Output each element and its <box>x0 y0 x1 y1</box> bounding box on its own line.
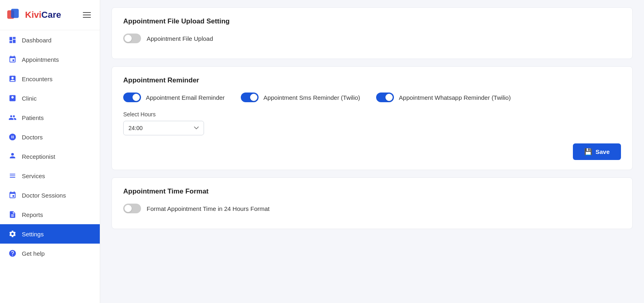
main-content: Appointment File Upload Setting Appointm… <box>100 0 644 303</box>
time-format-toggle[interactable] <box>123 204 141 213</box>
svg-rect-1 <box>11 9 19 18</box>
file-upload-toggle[interactable] <box>123 34 141 43</box>
sidebar-nav: Dashboard Appointments Encounters Clinic <box>0 30 100 263</box>
doctors-icon <box>8 133 17 141</box>
sidebar-item-services[interactable]: Services <box>0 166 100 185</box>
encounters-icon <box>8 74 17 83</box>
whatsapp-reminder-slider <box>376 93 394 102</box>
get-help-icon <box>8 249 17 258</box>
file-upload-label: Appointment File Upload <box>147 35 213 42</box>
reminder-card: Appointment Reminder Appointment Email R… <box>112 66 633 170</box>
dashboard-icon <box>8 36 17 44</box>
select-hours-section: Select Hours 24:00 01:00 02:00 03:00 04:… <box>123 111 621 135</box>
sidebar-logo: KiviCare <box>0 0 100 30</box>
receptionist-icon <box>8 152 17 161</box>
whatsapp-reminder-item: Appointment Whatsapp Reminder (Twilio) <box>376 93 511 102</box>
whatsapp-reminder-toggle[interactable] <box>376 93 394 102</box>
services-icon <box>8 171 17 180</box>
email-reminder-toggle[interactable] <box>123 93 141 102</box>
file-upload-card: Appointment File Upload Setting Appointm… <box>112 7 633 59</box>
patients-icon <box>8 113 17 122</box>
sidebar-item-clinic[interactable]: Clinic <box>0 88 100 108</box>
logo-icon <box>6 7 22 23</box>
sidebar-item-appointments[interactable]: Appointments <box>0 50 100 69</box>
file-upload-title: Appointment File Upload Setting <box>123 17 621 25</box>
file-upload-toggle-row: Appointment File Upload <box>123 34 621 43</box>
time-format-card: Appointment Time Format Format Appointme… <box>112 177 633 229</box>
sidebar-item-get-help[interactable]: Get help <box>0 244 100 263</box>
whatsapp-reminder-label: Appointment Whatsapp Reminder (Twilio) <box>399 94 511 101</box>
reminder-title: Appointment Reminder <box>123 76 621 84</box>
hamburger-button[interactable] <box>81 11 93 19</box>
logo-text: KiviCare <box>25 10 61 20</box>
hours-select[interactable]: 24:00 01:00 02:00 03:00 04:00 06:00 08:0… <box>123 121 204 135</box>
sms-reminder-slider <box>241 93 259 102</box>
save-btn-row: 💾 Save <box>123 143 621 160</box>
sidebar-item-reports[interactable]: Reports <box>0 205 100 224</box>
sidebar-item-dashboard[interactable]: Dashboard <box>0 30 100 50</box>
sidebar-item-doctors[interactable]: Doctors <box>0 127 100 147</box>
email-reminder-slider <box>123 93 141 102</box>
email-reminder-item: Appointment Email Reminder <box>123 93 225 102</box>
sidebar-item-encounters[interactable]: Encounters <box>0 69 100 88</box>
time-format-title: Appointment Time Format <box>123 187 621 196</box>
sms-reminder-item: Appointment Sms Reminder (Twilio) <box>241 93 360 102</box>
sidebar: KiviCare Dashboard Appointments Encounte… <box>0 0 100 303</box>
select-hours-label: Select Hours <box>123 111 621 118</box>
sms-reminder-toggle[interactable] <box>241 93 259 102</box>
file-upload-slider <box>123 34 141 43</box>
doctor-sessions-icon <box>8 191 17 200</box>
clinic-icon <box>8 94 17 103</box>
sms-reminder-label: Appointment Sms Reminder (Twilio) <box>263 94 360 101</box>
time-format-toggle-row: Format Appointment Time in 24 Hours Form… <box>123 204 621 213</box>
sidebar-item-settings[interactable]: Settings <box>0 224 100 244</box>
save-icon: 💾 <box>584 148 592 156</box>
save-button[interactable]: 💾 Save <box>573 143 621 160</box>
sidebar-item-doctor-sessions[interactable]: Doctor Sessions <box>0 185 100 205</box>
sidebar-item-receptionist[interactable]: Receptionist <box>0 147 100 166</box>
email-reminder-label: Appointment Email Reminder <box>146 94 225 101</box>
settings-icon <box>8 229 17 238</box>
time-format-slider <box>123 204 141 213</box>
time-format-label: Format Appointment Time in 24 Hours Form… <box>147 205 269 212</box>
sidebar-item-patients[interactable]: Patients <box>0 108 100 127</box>
reports-icon <box>8 210 17 219</box>
reminder-toggles-row: Appointment Email Reminder Appointment S… <box>123 93 621 102</box>
appointments-icon <box>8 55 17 64</box>
